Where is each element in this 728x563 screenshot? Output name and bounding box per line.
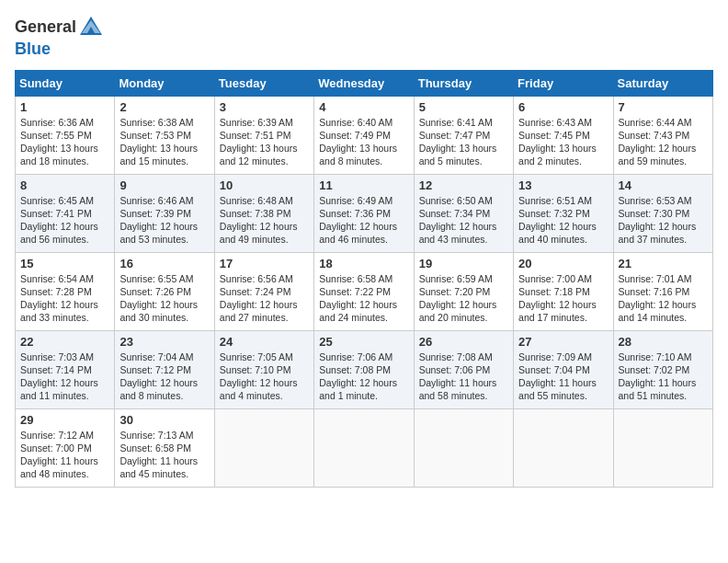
cell-info: Sunrise: 6:40 AMSunset: 7:49 PMDaylight:… xyxy=(319,116,408,168)
day-number: 2 xyxy=(119,100,209,114)
page-header: General Blue xyxy=(15,15,713,59)
cell-info: Sunrise: 6:58 AMSunset: 7:22 PMDaylight:… xyxy=(319,272,408,325)
calendar-cell: 25Sunrise: 7:06 AMSunset: 7:08 PMDayligh… xyxy=(314,330,414,408)
calendar-cell: 27Sunrise: 7:09 AMSunset: 7:04 PMDayligh… xyxy=(514,330,613,408)
day-number: 23 xyxy=(119,335,209,349)
calendar-cell: 5Sunrise: 6:41 AMSunset: 7:47 PMDaylight… xyxy=(414,96,513,174)
day-number: 25 xyxy=(319,335,408,349)
calendar-cell: 1Sunrise: 6:36 AMSunset: 7:55 PMDaylight… xyxy=(16,96,115,174)
day-number: 28 xyxy=(619,335,708,349)
calendar-cell xyxy=(314,408,414,487)
day-number: 15 xyxy=(20,257,109,270)
day-number: 17 xyxy=(220,257,309,270)
cell-info: Sunrise: 6:48 AMSunset: 7:38 PMDaylight:… xyxy=(220,194,309,247)
calendar-cell: 19Sunrise: 6:59 AMSunset: 7:20 PMDayligh… xyxy=(414,252,513,330)
cell-info: Sunrise: 7:00 AMSunset: 7:18 PMDaylight:… xyxy=(518,272,608,325)
cell-info: Sunrise: 6:56 AMSunset: 7:24 PMDaylight:… xyxy=(220,272,309,325)
calendar-cell xyxy=(514,408,613,487)
cell-info: Sunrise: 6:45 AMSunset: 7:41 PMDaylight:… xyxy=(20,194,109,247)
cell-info: Sunrise: 6:51 AMSunset: 7:32 PMDaylight:… xyxy=(518,194,608,247)
cell-info: Sunrise: 6:41 AMSunset: 7:47 PMDaylight:… xyxy=(419,116,508,168)
day-number: 22 xyxy=(20,335,109,349)
cell-info: Sunrise: 7:08 AMSunset: 7:06 PMDaylight:… xyxy=(419,350,508,403)
calendar-cell: 6Sunrise: 6:43 AMSunset: 7:45 PMDaylight… xyxy=(514,96,613,174)
calendar-cell: 17Sunrise: 6:56 AMSunset: 7:24 PMDayligh… xyxy=(214,252,313,330)
calendar-cell: 20Sunrise: 7:00 AMSunset: 7:18 PMDayligh… xyxy=(514,252,613,330)
cell-info: Sunrise: 7:05 AMSunset: 7:10 PMDaylight:… xyxy=(220,350,309,403)
calendar-cell: 16Sunrise: 6:55 AMSunset: 7:26 PMDayligh… xyxy=(115,252,214,330)
calendar-cell: 12Sunrise: 6:50 AMSunset: 7:34 PMDayligh… xyxy=(414,174,513,252)
cell-info: Sunrise: 7:09 AMSunset: 7:04 PMDaylight:… xyxy=(518,350,608,403)
calendar-cell: 23Sunrise: 7:04 AMSunset: 7:12 PMDayligh… xyxy=(115,330,214,408)
day-number: 1 xyxy=(20,100,109,114)
calendar-table: SundayMondayTuesdayWednesdayThursdayFrid… xyxy=(15,70,713,488)
calendar-cell: 30Sunrise: 7:13 AMSunset: 6:58 PMDayligh… xyxy=(115,408,214,487)
cell-info: Sunrise: 6:36 AMSunset: 7:55 PMDaylight:… xyxy=(20,116,109,168)
cell-info: Sunrise: 6:54 AMSunset: 7:28 PMDaylight:… xyxy=(20,272,109,325)
cell-info: Sunrise: 6:50 AMSunset: 7:34 PMDaylight:… xyxy=(419,194,508,247)
logo-icon xyxy=(78,15,104,40)
calendar-cell: 26Sunrise: 7:08 AMSunset: 7:06 PMDayligh… xyxy=(414,330,513,408)
day-number: 29 xyxy=(20,413,109,427)
calendar-cell: 28Sunrise: 7:10 AMSunset: 7:02 PMDayligh… xyxy=(613,330,712,408)
cell-info: Sunrise: 7:10 AMSunset: 7:02 PMDaylight:… xyxy=(619,350,708,403)
weekday-header-friday: Friday xyxy=(514,70,613,96)
calendar-cell xyxy=(414,408,513,487)
day-number: 7 xyxy=(619,100,708,114)
logo-blue: Blue xyxy=(15,40,51,58)
cell-info: Sunrise: 7:12 AMSunset: 7:00 PMDaylight:… xyxy=(20,429,109,481)
day-number: 9 xyxy=(119,178,209,192)
cell-info: Sunrise: 6:55 AMSunset: 7:26 PMDaylight:… xyxy=(119,272,209,325)
day-number: 21 xyxy=(619,257,708,270)
cell-info: Sunrise: 7:13 AMSunset: 6:58 PMDaylight:… xyxy=(119,429,209,481)
calendar-cell: 10Sunrise: 6:48 AMSunset: 7:38 PMDayligh… xyxy=(214,174,313,252)
logo: General Blue xyxy=(15,15,104,59)
day-number: 30 xyxy=(119,413,209,427)
calendar-cell xyxy=(214,408,313,487)
day-number: 24 xyxy=(220,335,309,349)
day-number: 12 xyxy=(419,178,508,192)
day-number: 4 xyxy=(319,100,408,114)
day-number: 11 xyxy=(319,178,408,192)
calendar-cell: 9Sunrise: 6:46 AMSunset: 7:39 PMDaylight… xyxy=(115,174,214,252)
calendar-cell: 29Sunrise: 7:12 AMSunset: 7:00 PMDayligh… xyxy=(16,408,115,487)
day-number: 10 xyxy=(220,178,309,192)
day-number: 6 xyxy=(518,100,608,114)
cell-info: Sunrise: 6:44 AMSunset: 7:43 PMDaylight:… xyxy=(619,116,708,168)
weekday-header-saturday: Saturday xyxy=(613,70,712,96)
cell-info: Sunrise: 7:06 AMSunset: 7:08 PMDaylight:… xyxy=(319,350,408,403)
day-number: 13 xyxy=(518,178,608,192)
calendar-cell: 13Sunrise: 6:51 AMSunset: 7:32 PMDayligh… xyxy=(514,174,613,252)
calendar-cell: 14Sunrise: 6:53 AMSunset: 7:30 PMDayligh… xyxy=(613,174,712,252)
calendar-cell: 4Sunrise: 6:40 AMSunset: 7:49 PMDaylight… xyxy=(314,96,414,174)
day-number: 3 xyxy=(220,100,309,114)
day-number: 5 xyxy=(419,100,508,114)
calendar-cell: 24Sunrise: 7:05 AMSunset: 7:10 PMDayligh… xyxy=(214,330,313,408)
weekday-header-thursday: Thursday xyxy=(414,70,513,96)
cell-info: Sunrise: 6:39 AMSunset: 7:51 PMDaylight:… xyxy=(220,116,309,168)
day-number: 8 xyxy=(20,178,109,192)
calendar-cell: 3Sunrise: 6:39 AMSunset: 7:51 PMDaylight… xyxy=(214,96,313,174)
cell-info: Sunrise: 6:38 AMSunset: 7:53 PMDaylight:… xyxy=(119,116,209,168)
day-number: 27 xyxy=(518,335,608,349)
cell-info: Sunrise: 6:46 AMSunset: 7:39 PMDaylight:… xyxy=(119,194,209,247)
calendar-cell: 15Sunrise: 6:54 AMSunset: 7:28 PMDayligh… xyxy=(16,252,115,330)
cell-info: Sunrise: 6:59 AMSunset: 7:20 PMDaylight:… xyxy=(419,272,508,325)
cell-info: Sunrise: 6:43 AMSunset: 7:45 PMDaylight:… xyxy=(518,116,608,168)
weekday-header-tuesday: Tuesday xyxy=(214,70,313,96)
calendar-cell: 7Sunrise: 6:44 AMSunset: 7:43 PMDaylight… xyxy=(613,96,712,174)
day-number: 18 xyxy=(319,257,408,270)
weekday-header-wednesday: Wednesday xyxy=(314,70,414,96)
weekday-header-monday: Monday xyxy=(115,70,214,96)
cell-info: Sunrise: 6:53 AMSunset: 7:30 PMDaylight:… xyxy=(619,194,708,247)
day-number: 26 xyxy=(419,335,508,349)
calendar-cell: 8Sunrise: 6:45 AMSunset: 7:41 PMDaylight… xyxy=(16,174,115,252)
calendar-cell: 22Sunrise: 7:03 AMSunset: 7:14 PMDayligh… xyxy=(16,330,115,408)
calendar-cell: 21Sunrise: 7:01 AMSunset: 7:16 PMDayligh… xyxy=(613,252,712,330)
calendar-cell xyxy=(613,408,712,487)
calendar-cell: 11Sunrise: 6:49 AMSunset: 7:36 PMDayligh… xyxy=(314,174,414,252)
day-number: 19 xyxy=(419,257,508,270)
weekday-header-sunday: Sunday xyxy=(16,70,115,96)
cell-info: Sunrise: 7:03 AMSunset: 7:14 PMDaylight:… xyxy=(20,350,109,403)
day-number: 14 xyxy=(619,178,708,192)
